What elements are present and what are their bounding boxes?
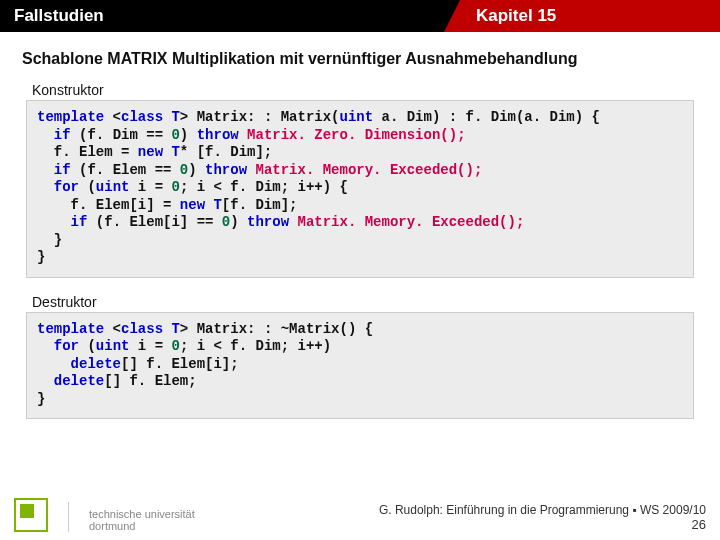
destruktor-label: Destruktor <box>32 294 698 310</box>
tu-logo-icon <box>14 498 48 532</box>
logo: technische universität dortmund <box>14 498 195 532</box>
page-number: 26 <box>379 517 706 532</box>
destruktor-code: template <class T> Matrix: : ~Matrix() {… <box>26 312 694 420</box>
footer-right: G. Rudolph: Einführung in die Programmie… <box>379 503 706 532</box>
title-left: Fallstudien <box>0 0 460 32</box>
konstruktor-label: Konstruktor <box>32 82 698 98</box>
content-area: Schablone MATRIX Multiplikation mit vern… <box>0 32 720 419</box>
title-right: Kapitel 15 <box>460 0 720 32</box>
logo-line2: dortmund <box>89 520 195 532</box>
footer: technische universität dortmund G. Rudol… <box>0 498 720 532</box>
konstruktor-code: template <class T> Matrix: : Matrix(uint… <box>26 100 694 278</box>
footer-credit: G. Rudolph: Einführung in die Programmie… <box>379 503 706 517</box>
slide-subtitle: Schablone MATRIX Multiplikation mit vern… <box>22 50 698 68</box>
title-bar: Fallstudien Kapitel 15 <box>0 0 720 32</box>
logo-text: technische universität dortmund <box>89 508 195 532</box>
logo-divider <box>68 502 69 532</box>
logo-line1: technische universität <box>89 508 195 520</box>
